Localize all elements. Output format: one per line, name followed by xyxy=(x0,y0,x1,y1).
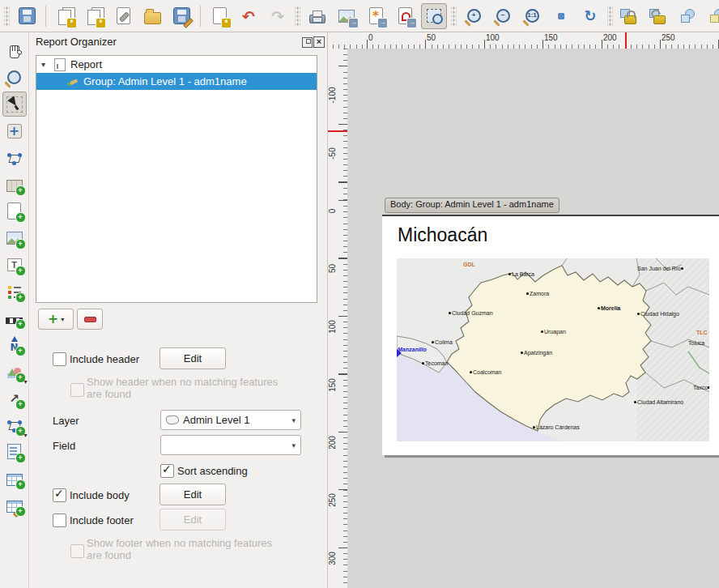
include-footer-checkbox[interactable] xyxy=(53,513,66,527)
expand-arrow-icon[interactable] xyxy=(41,60,51,69)
ruler-label: 300 xyxy=(328,543,337,575)
lock-selected-items-button[interactable] xyxy=(617,3,643,29)
zoom-to-region-button[interactable] xyxy=(421,3,447,29)
add-north-arrow-button[interactable]: N+ xyxy=(2,332,27,357)
open-layout-icon xyxy=(144,12,161,24)
layout-properties-button[interactable] xyxy=(110,3,136,29)
ruler-label: -100 xyxy=(328,79,337,112)
plus-badge-icon: + xyxy=(15,479,26,490)
city-marker-dot xyxy=(681,267,683,270)
tree-item-label: Report xyxy=(70,58,102,70)
show-footer-checkbox xyxy=(70,544,84,558)
unlock-all-items-button[interactable] xyxy=(646,3,672,29)
edit-nodes-item-button[interactable] xyxy=(2,145,27,170)
add-node-item-button[interactable]: +▾ xyxy=(2,412,27,437)
add-map-button[interactable]: + xyxy=(2,172,27,197)
remove-section-button[interactable] xyxy=(77,309,103,330)
open-layout-button[interactable] xyxy=(139,3,165,29)
add-html-button[interactable]: + xyxy=(2,439,27,464)
layout-canvas[interactable]: Body: Group: Admin Level 1 - adm1name Mi… xyxy=(347,49,719,588)
export-as-image-button[interactable]: → xyxy=(334,3,360,29)
export-as-pdf-button[interactable]: → xyxy=(392,3,418,29)
city-marker-dot xyxy=(541,330,543,333)
dropdown-caret-icon: ▾ xyxy=(23,378,27,386)
edit-header-button[interactable]: Edit xyxy=(160,347,226,369)
add-label-button[interactable]: T+ xyxy=(2,252,27,277)
city-marker-dot xyxy=(533,426,535,428)
zoom-out-icon: − xyxy=(496,9,510,23)
city-label: Ciudad Altamirano xyxy=(634,399,683,406)
report-page[interactable]: Michoacán xyxy=(382,215,719,455)
minus-icon xyxy=(84,317,96,322)
refresh-view-button[interactable]: ↻ xyxy=(577,3,603,29)
toolbar-drag-handle[interactable] xyxy=(295,6,300,27)
invert-selection-button[interactable] xyxy=(704,3,719,29)
select-move-item-icon xyxy=(6,96,23,113)
new-layout-from-template-button[interactable]: * xyxy=(52,3,78,29)
zoom-full-extent-button[interactable] xyxy=(548,3,574,29)
star-badge-icon: * xyxy=(96,18,106,28)
show-header-checkbox xyxy=(70,383,84,397)
plus-badge-icon: + xyxy=(15,346,26,356)
tree-item-report[interactable]: Report xyxy=(36,56,317,73)
duplicate-layout-button[interactable]: * xyxy=(81,3,107,29)
invert-selection-icon xyxy=(710,9,719,23)
add-picture-button[interactable]: + xyxy=(2,225,27,250)
field-combobox[interactable] xyxy=(160,435,301,455)
ruler-label: 50 xyxy=(328,253,337,285)
redo-button[interactable]: ↷ xyxy=(265,3,291,29)
toolbar-drag-handle[interactable] xyxy=(4,6,10,27)
close-panel-icon[interactable] xyxy=(313,36,325,48)
add-legend-button[interactable]: + xyxy=(2,279,27,304)
pan-layout-button[interactable] xyxy=(2,38,27,63)
include-header-checkbox[interactable] xyxy=(53,352,66,366)
add-section-button[interactable] xyxy=(38,309,74,330)
map-item[interactable]: GDLLa BarcaSan Juan del RíoZamoraCiudad … xyxy=(397,258,709,441)
report-tree: Report Group: Admin Level 1 - adm1name xyxy=(36,55,317,303)
ruler-label: 200 xyxy=(603,33,617,42)
plus-badge-icon: + xyxy=(15,319,26,330)
add-items-from-template-button[interactable]: * xyxy=(206,3,232,29)
item-tooltip: Body: Group: Admin Level 1 - adm1name xyxy=(385,198,559,213)
save-layout-as-button[interactable] xyxy=(168,3,194,29)
zoom-actual-size-button[interactable]: 1:1 xyxy=(519,3,545,29)
include-body-checkbox[interactable] xyxy=(53,488,66,502)
city-label: Lázaro Cárdenas xyxy=(533,424,580,431)
zoom-to-region-icon xyxy=(427,9,441,23)
add-scale-bar-button[interactable]: + xyxy=(2,305,27,330)
add-attribute-table-button[interactable]: + xyxy=(2,466,27,491)
section-buttons xyxy=(38,309,103,330)
save-layout-button[interactable] xyxy=(14,3,40,29)
undo-button[interactable]: ↶ xyxy=(236,3,262,29)
add-arrow-button[interactable]: ↗+ xyxy=(2,386,27,411)
select-move-item-button[interactable] xyxy=(2,92,27,117)
zoom-out-button[interactable]: − xyxy=(490,3,516,29)
zoom-in-button[interactable]: + xyxy=(461,3,487,29)
export-badge-icon: → xyxy=(348,18,359,28)
unlock-all-items-icon xyxy=(653,15,666,24)
toolbar-drag-handle[interactable] xyxy=(451,6,457,27)
city-marker-dot xyxy=(449,312,451,314)
layer-combobox[interactable]: Admin Level 1 xyxy=(160,410,301,430)
print-layout-button[interactable] xyxy=(304,3,330,29)
float-panel-icon[interactable] xyxy=(302,37,313,48)
add-shape-button[interactable]: +▾ xyxy=(2,359,27,384)
toolbar-separator xyxy=(45,6,46,27)
plus-badge-icon: + xyxy=(15,399,26,410)
sort-ascending-checkbox[interactable] xyxy=(160,464,174,478)
select-all-items-button[interactable] xyxy=(675,3,701,29)
ruler-label: 200 xyxy=(328,427,337,459)
add-3d-map-button[interactable]: + xyxy=(2,198,27,224)
edit-body-button[interactable]: Edit xyxy=(160,484,226,505)
move-item-content-button[interactable]: + xyxy=(2,118,27,143)
page-title-label[interactable]: Michoacán xyxy=(398,224,487,246)
export-as-svg-button[interactable]: → xyxy=(363,3,389,29)
plus-icon xyxy=(48,313,58,326)
select-all-items-icon xyxy=(681,9,696,23)
city-marker-dot xyxy=(526,292,529,295)
zoom-tool-button[interactable] xyxy=(2,65,27,90)
toolbar-drag-handle[interactable] xyxy=(607,6,613,27)
tree-item-group[interactable]: Group: Admin Level 1 - adm1name xyxy=(36,73,317,90)
report-icon xyxy=(54,58,66,71)
add-fixed-table-button[interactable]: + xyxy=(2,492,27,518)
